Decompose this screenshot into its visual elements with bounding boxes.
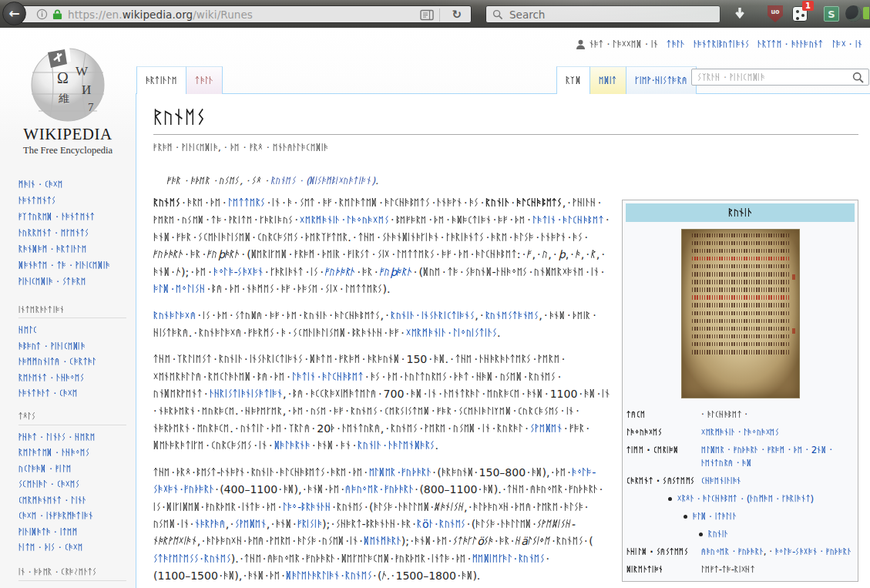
article-link[interactable] — [364, 535, 401, 547]
sidebar-item[interactable]: · — [18, 354, 126, 371]
article-link[interactable] — [210, 388, 283, 400]
infobox-label — [626, 426, 701, 439]
infobox-link[interactable]: · · ( · ) — [677, 494, 814, 505]
browser-search-field[interactable]: Search — [485, 5, 721, 23]
article-link[interactable]: · () — [271, 175, 375, 186]
article-link[interactable]: · — [286, 570, 371, 582]
paragraph-2: · · · · · · · , · · , · , · · · . · · · … — [153, 307, 619, 341]
article-link[interactable]: · — [345, 483, 413, 496]
sidebar: Ω W И 維 7 WIKIPEDIA The Free Encyclopedi… — [0, 28, 136, 586]
infobox-link[interactable]: · — [701, 546, 764, 557]
codex-runicus-image[interactable] — [681, 229, 800, 398]
user-icon — [576, 39, 586, 49]
article-link[interactable]: ö · — [417, 518, 465, 530]
tab-edit[interactable] — [590, 66, 626, 94]
infobox-link[interactable]: · — [701, 427, 779, 438]
article-link[interactable]: · — [153, 553, 231, 565]
personal-contributions[interactable] — [694, 39, 750, 50]
tab-talk[interactable] — [186, 66, 223, 94]
tab-view-history[interactable]: · — [626, 66, 697, 94]
sidebar-item[interactable]: · — [18, 386, 126, 402]
sidebar-item[interactable]: · — [18, 209, 126, 225]
personal-log-in[interactable]: · — [832, 39, 862, 50]
article-link[interactable] — [195, 518, 226, 530]
article-link[interactable]: · — [532, 213, 604, 226]
sidebar-item[interactable]: · — [18, 176, 126, 193]
sidebar-item[interactable]: · — [18, 274, 126, 290]
article-link[interactable] — [485, 309, 539, 321]
text-run: . — [375, 175, 378, 186]
article-link[interactable]: · — [369, 466, 432, 479]
article-link[interactable] — [274, 439, 311, 452]
text-run: ); · · — [181, 266, 213, 278]
svg-text:Ω: Ω — [57, 69, 69, 86]
sidebar-item[interactable]: · — [18, 339, 126, 355]
article-link[interactable] — [235, 518, 267, 530]
url-text[interactable]: https://en.wikipedia.org/wiki/Runes — [68, 8, 253, 21]
text-run: ); · - · · — [322, 518, 417, 530]
infobox-link[interactable]: · · · · 2 · · — [701, 445, 832, 469]
sidebar-item[interactable]: · — [18, 525, 126, 541]
sidebar-item[interactable]: · · — [18, 257, 126, 274]
sidebar-item[interactable]: · · — [18, 430, 126, 446]
wiki-search-icon[interactable] — [852, 72, 864, 83]
infobox-link[interactable]: · — [693, 512, 737, 522]
wikipedia-logo[interactable]: Ω W И 維 7 WIKIPEDIA The Free Encyclopedi… — [0, 46, 136, 156]
article-link[interactable]: · — [391, 309, 475, 321]
article-link[interactable]: · — [292, 371, 364, 383]
article-link[interactable]: · — [472, 553, 545, 565]
article-link[interactable] — [228, 197, 266, 209]
back-button[interactable]: ← — [2, 2, 26, 25]
addon-puzzle-icon[interactable] — [863, 7, 869, 19]
article-link[interactable] — [297, 518, 322, 530]
addon-s-icon[interactable]: S — [824, 6, 839, 22]
infobox-link[interactable] — [701, 475, 741, 486]
reload-icon[interactable]: ↻ — [452, 8, 462, 22]
article-link[interactable]: þ — [380, 266, 412, 278]
article-link[interactable] — [325, 266, 355, 278]
sidebar-item[interactable]: · — [18, 509, 126, 525]
infobox-label — [626, 408, 701, 422]
text-run: · ( — [372, 570, 382, 582]
paragraph-1: · · · · · · · · · · · · · , · · · · · · … — [153, 194, 619, 297]
infobox-link[interactable] — [708, 529, 728, 540]
article-link[interactable]: · — [406, 327, 497, 339]
manuscript-text-row — [692, 264, 789, 269]
sidebar-item[interactable] — [18, 323, 126, 339]
article-link[interactable]: - — [283, 501, 331, 513]
sidebar-item[interactable]: · — [18, 462, 126, 478]
article-link[interactable] — [153, 309, 196, 321]
sidebar-item[interactable]: · — [18, 477, 126, 493]
url-bar[interactable]: https://en.wikipedia.org/wiki/Runes ↻ — [15, 5, 472, 23]
sidebar-item[interactable]: · — [18, 493, 126, 509]
sidebar-item[interactable]: · · — [18, 540, 126, 556]
sidebar-item[interactable]: · — [18, 241, 126, 257]
reader-mode-icon[interactable] — [420, 9, 434, 21]
manuscript-text-row — [692, 249, 789, 254]
personal-create-account[interactable]: · — [757, 39, 823, 50]
site-subtitle: · , · · · — [153, 142, 858, 153]
text-run: , · · · · · · · — [197, 535, 364, 547]
logo-tagline: The Free Encyclopedia — [0, 145, 136, 156]
browser-toolbar: ← https://en.wikipedia.org/wiki/Runes ↻ … — [0, 0, 870, 28]
article-link[interactable]: · — [153, 283, 206, 295]
download-icon[interactable] — [732, 6, 747, 22]
adblock-icon[interactable]: uo — [768, 5, 783, 22]
sidebar-item[interactable]: · — [18, 445, 126, 462]
infobox-link[interactable]: - · — [775, 546, 852, 557]
infobox-value: · · · · 2 · · — [701, 444, 854, 470]
article-link[interactable] — [530, 422, 563, 435]
article-link[interactable]: · — [300, 213, 389, 226]
sidebar-item[interactable] — [18, 193, 126, 209]
addon-circle-icon[interactable] — [845, 5, 862, 22]
sidebar-item[interactable]: · — [18, 371, 126, 387]
wiki-search-box[interactable]: · — [691, 69, 869, 86]
info-icon[interactable] — [36, 8, 48, 20]
article-link[interactable]: · — [358, 439, 435, 452]
sidebar-item[interactable]: · — [18, 225, 126, 241]
tab-article[interactable] — [136, 66, 186, 94]
tab-read[interactable] — [556, 66, 590, 94]
text-run: · · — [493, 535, 515, 547]
article-link[interactable]: - — [213, 266, 264, 278]
personal-talk[interactable] — [667, 39, 684, 50]
